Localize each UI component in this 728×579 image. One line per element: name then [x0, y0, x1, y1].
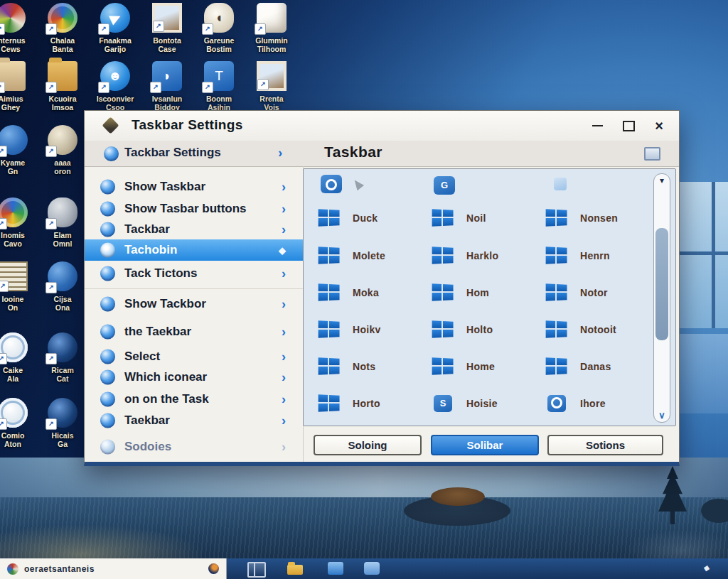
- desktop-icon[interactable]: ↗InomisCavo: [0, 197, 28, 227]
- sidebar-item[interactable]: Show Tasbar buttons›: [85, 198, 303, 220]
- flag-pane: [546, 247, 555, 254]
- desktop-icon[interactable]: ↗ChalaaBanta: [48, 3, 77, 33]
- grid-item[interactable]: Moka: [318, 278, 425, 307]
- folder-icon[interactable]: [287, 565, 303, 575]
- sidebar-item[interactable]: Show Taskbar›: [85, 176, 303, 197]
- grid-item-label: Danas: [580, 361, 611, 372]
- flag-pane: [546, 283, 555, 291]
- grid-item-label: Home: [466, 361, 495, 372]
- shortcut-arrow-icon: ↗: [0, 218, 7, 229]
- app-d-icon: ◗↗: [152, 61, 182, 91]
- shell-icon: ◖↗: [204, 3, 234, 33]
- grid-item[interactable]: Nots: [318, 352, 425, 381]
- darkglobe-icon: ↗: [48, 398, 77, 428]
- minimize-icon[interactable]: [592, 125, 603, 126]
- taskbar-diamond-icon[interactable]: ◆: [703, 563, 711, 573]
- sidebar-item[interactable]: Which iconear›: [85, 367, 303, 388]
- breadcrumb[interactable]: Tackbar Settings: [124, 146, 221, 160]
- desktop-icon[interactable]: T↗BoonmAsihin: [204, 61, 234, 91]
- desktop-icon[interactable]: ↗RrentaVois: [257, 61, 287, 91]
- sidebar-item[interactable]: Show Tackbor›: [85, 293, 303, 315]
- desktop-icon[interactable]: ↗ComioAton: [0, 398, 28, 428]
- grid-item[interactable]: Hom: [432, 278, 539, 307]
- desktop-icon[interactable]: ↗KyameGn: [0, 125, 28, 155]
- flag-pane: [318, 404, 328, 412]
- close-icon[interactable]: ×: [655, 120, 663, 131]
- sidebar-item[interactable]: Taekbar›: [85, 410, 303, 431]
- desktop-icon[interactable]: ↗KcuoiraImsoa: [48, 61, 77, 91]
- grid-item[interactable]: Danas: [546, 352, 653, 381]
- sidebar-item[interactable]: Tackbar›: [85, 219, 303, 240]
- blue-app-icon[interactable]: [364, 562, 380, 575]
- sidebar-item-label: Select: [124, 350, 160, 364]
- grid-item[interactable]: Holto: [432, 315, 539, 344]
- taskbar-search[interactable]: oeraetsantaneis: [0, 558, 227, 579]
- windows-logo-icon: [318, 283, 340, 301]
- desktop-icon[interactable]: ◖↗GareuneBostim: [204, 3, 234, 33]
- desktop-icon[interactable]: ↗GlumminTilhoom: [257, 3, 287, 33]
- maximize-icon[interactable]: [623, 121, 635, 131]
- grid-item[interactable]: Horto: [318, 389, 425, 418]
- desktop-icon[interactable]: ↗aaaaoron: [48, 125, 77, 155]
- app-wave-icon[interactable]: G: [434, 176, 455, 195]
- grid-item[interactable]: Molete: [318, 242, 425, 270]
- sidebar-item-label: Show Tackbor: [124, 297, 206, 311]
- secondary-button[interactable]: Soloing: [314, 435, 422, 455]
- windows-logo-icon: [318, 320, 340, 337]
- explorer-window-icon[interactable]: [247, 562, 266, 578]
- taskbar-settings-window: Taskbar Settings × Tackbar Settings › Ta…: [84, 110, 680, 466]
- desktop-icon[interactable]: ↗CijsaOna: [48, 261, 77, 291]
- grid-item[interactable]: Duck: [318, 204, 425, 232]
- secondary-button[interactable]: Sotions: [547, 435, 663, 455]
- flag-pane: [557, 210, 567, 217]
- desktop-icon[interactable]: ↗RicamCat: [48, 332, 77, 362]
- sidebar-item[interactable]: Tack Tictons›: [85, 263, 303, 284]
- sidebar-item-icon: [100, 297, 115, 312]
- primary-button[interactable]: Solibar: [431, 435, 539, 455]
- chevron-right-icon: ◆: [279, 245, 286, 256]
- desktop-icon[interactable]: ↗AimiusGhey: [0, 61, 26, 91]
- desktop-icon[interactable]: ↗IooineOn: [0, 261, 28, 291]
- scroll-down-icon[interactable]: ∨: [654, 410, 670, 421]
- scrollbar[interactable]: ▾ ∨: [653, 173, 670, 423]
- desktop-icon[interactable]: ↗CaikeAla: [0, 332, 28, 362]
- sidebar-item[interactable]: Select›: [85, 346, 303, 367]
- cortana-icon[interactable]: [208, 563, 219, 574]
- desktop-icon[interactable]: ◗↗IvsanlunBiddoy: [152, 61, 182, 91]
- sidebar-item[interactable]: the Taekbar›: [85, 321, 303, 342]
- grid-item[interactable]: Notooit: [546, 315, 653, 344]
- grid-item[interactable]: SHoisie: [432, 389, 539, 418]
- grid-item[interactable]: Henrn: [546, 242, 653, 270]
- grid-item[interactable]: Noil: [432, 204, 539, 232]
- desktop-icon[interactable]: ↗InternusCews: [0, 3, 26, 33]
- mouse-cursor-icon[interactable]: [351, 178, 364, 190]
- grid-item[interactable]: Notor: [546, 278, 653, 307]
- blue-window-icon[interactable]: [328, 562, 343, 575]
- grid-item[interactable]: Home: [432, 352, 539, 381]
- grid-item[interactable]: Ihore: [546, 389, 653, 418]
- stone-icon: ↗: [48, 125, 77, 155]
- desktop-icon[interactable]: ☻↗IscoonvierCsoo: [100, 61, 130, 91]
- app-faint-icon[interactable]: [554, 178, 567, 190]
- windows-logo-icon: [546, 357, 567, 374]
- sidebar-item[interactable]: on on the Task›: [85, 389, 303, 410]
- sidebar-item[interactable]: Sodoies›: [85, 436, 303, 458]
- chevron-right-icon: ›: [282, 413, 286, 428]
- flag-pane: [329, 256, 340, 264]
- flag-pane: [432, 357, 441, 365]
- desktop-icon[interactable]: ↗BontotaCase: [152, 3, 182, 33]
- window-title: Taskbar Settings: [132, 117, 243, 133]
- scroll-up-icon[interactable]: ▾: [654, 175, 670, 185]
- grid-item[interactable]: Hoikv: [318, 315, 425, 344]
- view-options-icon[interactable]: [644, 147, 660, 161]
- sidebar-item[interactable]: Tachobin◆: [85, 239, 303, 261]
- grid-item[interactable]: Harklo: [432, 242, 539, 270]
- grid-item[interactable]: Nonsen: [546, 204, 653, 232]
- desktop-icon[interactable]: ▶↗FnaakmaGarijo: [100, 3, 130, 33]
- scroll-thumb[interactable]: [655, 228, 668, 340]
- app-circle-icon[interactable]: [321, 175, 342, 193]
- desktop-icon[interactable]: ↗HicaisGa: [48, 398, 77, 428]
- desktop-icon[interactable]: ↗ElamOmnl: [48, 197, 77, 227]
- photo-icon: ↗: [257, 61, 287, 91]
- chevron-right-icon: ›: [282, 266, 286, 281]
